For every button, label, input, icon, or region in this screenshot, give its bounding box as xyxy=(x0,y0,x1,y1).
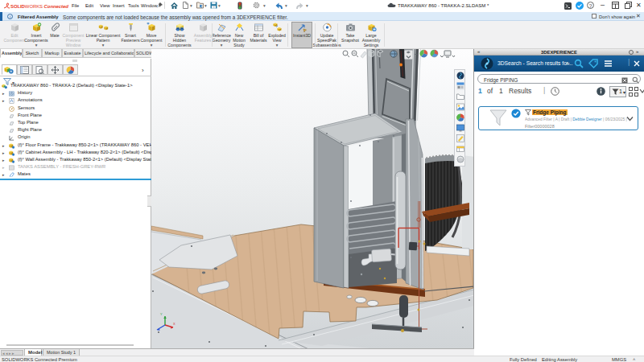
svg-text:Y: Y xyxy=(160,312,163,316)
svg-text:X: X xyxy=(173,322,175,326)
